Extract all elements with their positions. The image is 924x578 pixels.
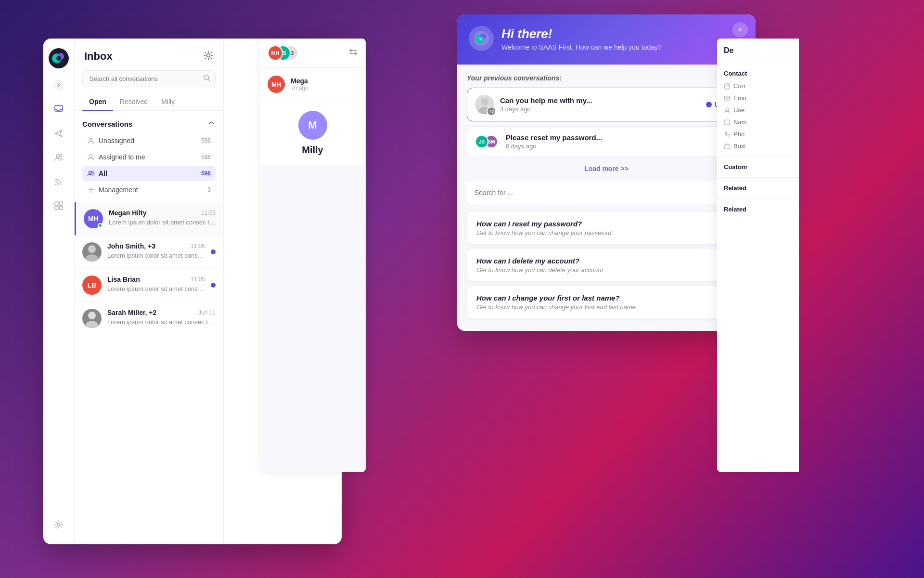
load-more-button[interactable]: Load more >> [467, 162, 746, 175]
user-profile-name: Milly [268, 144, 358, 156]
message-preview: Lorem ipsum dolor sit amet consec tetur.… [107, 252, 205, 259]
message-preview: Lorem ipsum dolor sit amet consec tetur.… [107, 318, 216, 326]
conversation-panel: MH JS +3 MH Mega 7h ago M Milly [260, 39, 366, 472]
sidebar-item-feed[interactable] [50, 172, 68, 191]
management-count: 3 [207, 186, 211, 193]
avatar: MH [268, 45, 283, 61]
svg-rect-33 [724, 145, 730, 149]
tab-open[interactable]: Open [82, 93, 113, 110]
faq-title: How can I change your first or last name… [476, 294, 636, 302]
prev-conv-item[interactable]: +3 Can you help me with my... 3 days ago… [467, 88, 746, 121]
collapse-icon[interactable] [207, 118, 216, 129]
message-name: Lisa Brian [107, 276, 140, 283]
custom-label: Custom [724, 161, 792, 172]
svg-rect-11 [59, 206, 63, 210]
message-name: Sarah Miller, +2 [107, 309, 156, 316]
tabs: Open Resolved Milly [75, 93, 223, 111]
conversations-title: Conversations [82, 120, 132, 128]
conv-user-avatar: MH [268, 76, 285, 93]
conv-management[interactable]: Management 3 [82, 182, 216, 197]
conv-all[interactable]: All 596 [82, 166, 216, 181]
switch-icon[interactable] [349, 48, 358, 58]
faq-item[interactable]: How can I delete my account? Get to know… [467, 249, 746, 281]
svg-point-32 [726, 108, 729, 111]
right-panel-header: De [717, 39, 799, 63]
prev-conversations-label: Your previous conversations: [467, 74, 746, 82]
faq-search-input[interactable] [475, 189, 729, 197]
message-time: 11:05 [191, 276, 205, 283]
message-item[interactable]: LB Lisa Brian 11:05 Lorem ipsum dolor si… [75, 269, 223, 302]
right-panel-contact: Contact Curr Emo Use Nam Pho Busi [717, 63, 799, 157]
avatar: JS [475, 135, 488, 148]
svg-point-13 [207, 54, 210, 57]
sidebar-item-settings[interactable] [50, 515, 68, 534]
search-input[interactable] [82, 70, 216, 87]
conv-panel-header: MH JS +3 [260, 39, 365, 68]
avatar: LB [82, 276, 102, 295]
right-panel-item: Pho [724, 128, 792, 140]
settings-icon[interactable] [203, 50, 214, 63]
related-label: Related [724, 183, 792, 194]
svg-point-15 [90, 138, 92, 141]
sidebar-item-inbox[interactable] [50, 100, 68, 118]
message-content: Lisa Brian 11:05 Lorem ipsum dolor sit a… [107, 276, 205, 292]
assigned-label: Assigned to me [99, 153, 145, 161]
related-label-2: Related [724, 204, 792, 215]
unassigned-count: 596 [201, 137, 211, 144]
right-panel-item: Emo [724, 92, 792, 104]
sidebar-item-grid[interactable] [50, 197, 68, 215]
widget-body: Your previous conversations: +3 Can you … [457, 65, 756, 331]
faq-item[interactable]: How can I change your first or last name… [467, 286, 746, 318]
faq-subtitle: Get to know how you can change your pass… [476, 229, 611, 236]
svg-point-6 [60, 155, 62, 157]
app-logo[interactable] [49, 48, 69, 68]
sidebar-item-users[interactable] [50, 148, 68, 167]
svg-point-22 [86, 321, 98, 328]
tab-resolved[interactable]: Resolved [113, 93, 154, 110]
widget-subtitle: Welcome to SAAS First. How can we help y… [501, 43, 662, 51]
prev-conv-item[interactable]: JS SM Please reset my password... 6 days… [467, 126, 746, 157]
faq-title: How can I delete my account? [476, 257, 603, 265]
message-item[interactable]: John Smith, +3 11:05 Lorem ipsum dolor s… [75, 236, 223, 269]
sidebar [43, 39, 75, 544]
conversations-header: Conversations [82, 118, 216, 129]
svg-rect-9 [59, 202, 63, 205]
prev-conv-text: Can you help me with my... [500, 96, 700, 105]
message-preview: Lorem ipsum dolor sit amet consec tetur.… [109, 219, 216, 226]
conv-assigned[interactable]: Assigned to me 596 [82, 149, 216, 165]
faq-title: How can I reset my password? [476, 220, 611, 228]
conversations-section: Conversations Unassigned 596 [75, 115, 223, 202]
search-icon [203, 74, 211, 84]
message-content: John Smith, +3 11:05 Lorem ipsum dolor s… [107, 242, 205, 259]
right-panel-title: De [724, 46, 733, 54]
avatar-group: MH JS +3 [268, 45, 298, 61]
sidebar-item-send[interactable] [50, 124, 68, 143]
svg-point-19 [88, 245, 96, 253]
user-profile-section: M Milly [260, 101, 365, 165]
message-item[interactable]: Sarah Miller, +2 Jun 11 Lorem ipsum dolo… [75, 302, 223, 335]
message-time: 11:05 [191, 243, 205, 250]
faq-subtitle: Get to know how you can change your firs… [476, 303, 636, 311]
conv-unassigned[interactable]: Unassigned 596 [82, 133, 216, 148]
svg-point-16 [90, 155, 92, 158]
close-button[interactable]: × [732, 22, 748, 38]
faq-item[interactable]: How can I reset my password? Get to know… [467, 212, 746, 244]
double-avatar: JS SM [475, 135, 498, 148]
right-panel-related2: Related [717, 199, 799, 220]
avatar: MH [84, 209, 103, 228]
unread-dot [706, 102, 712, 107]
online-indicator [98, 223, 103, 228]
svg-point-5 [56, 155, 59, 158]
prev-conv-text: Please reset my password... [506, 133, 723, 142]
inbox-title: Inbox [84, 50, 113, 63]
expand-sidebar-button[interactable] [53, 80, 64, 91]
prev-conv-time: 6 days ago [506, 143, 723, 150]
user-profile-avatar: M [298, 111, 327, 140]
svg-point-21 [88, 312, 96, 319]
tab-milly[interactable]: Milly [154, 93, 181, 110]
svg-point-18 [91, 171, 93, 173]
message-content: Megan Hilty 11:05 Lorem ipsum dolor sit … [109, 209, 216, 226]
message-item[interactable]: MH Megan Hilty 11:05 Lorem ipsum dolor s… [75, 202, 223, 236]
message-name: Megan Hilty [109, 209, 147, 217]
svg-point-27 [481, 98, 488, 105]
